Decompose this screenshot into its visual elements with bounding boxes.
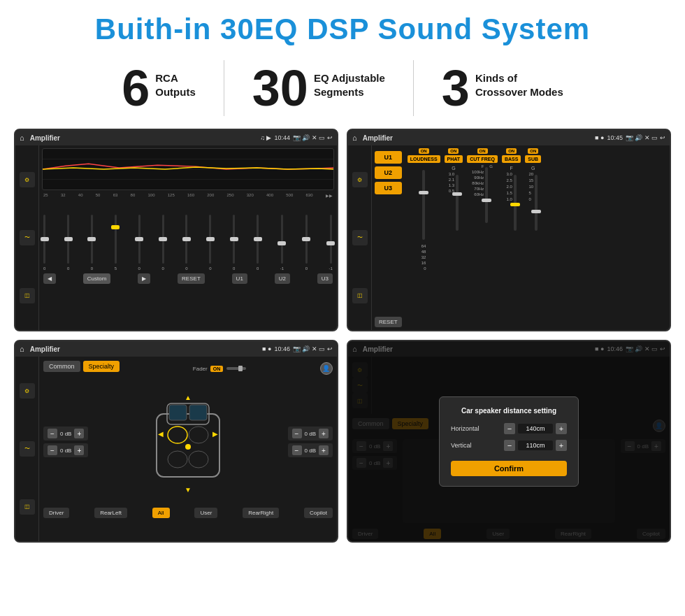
crossover-home-icon: ⌂ — [352, 134, 357, 142]
eq-slider-10: -1 — [280, 215, 284, 271]
stat-crossover: 3 Kinds of Crossover Modes — [414, 63, 591, 113]
page-title: Buith-in 30EQ DSP Sound System — [0, 0, 685, 53]
db-minus-fl[interactable]: − — [48, 429, 57, 438]
fader-status-icons: 📷 🔊 ✕ ▭ ↩ — [293, 345, 333, 352]
fader-tab-specialty[interactable]: Specialty — [83, 361, 120, 372]
eq-slider-11: 0 — [305, 215, 308, 271]
crossover-u3-btn[interactable]: U3 — [375, 182, 402, 194]
fader-label: Fader — [193, 366, 208, 372]
svg-text:▲: ▲ — [185, 394, 192, 401]
fader-tabs: Common Specialty — [43, 361, 120, 372]
crossover-u2-btn[interactable]: U2 — [375, 166, 402, 179]
db-minus-rr[interactable]: − — [292, 445, 302, 455]
fader-copilot-btn[interactable]: Copilot — [304, 508, 333, 518]
stat-text-crossover: Kinds of Crossover Modes — [475, 63, 563, 99]
eq-slider-5: 0 — [161, 215, 164, 271]
db-minus-rl[interactable]: − — [48, 445, 57, 455]
eq-play-btn[interactable]: ▶ — [138, 273, 150, 284]
fader-tab-common[interactable]: Common — [43, 361, 80, 372]
fader-driver-btn[interactable]: Driver — [43, 508, 69, 518]
crossover-main-area: U1 U2 U3 RESET ON LOUDNESS — [372, 145, 670, 330]
crossover-status-bar: ⌂ Amplifier ■ ● 10:45 📷 🔊 ✕ ▭ ↩ — [348, 130, 670, 145]
phat-label: PHAT — [445, 155, 463, 163]
svg-rect-3 — [226, 367, 246, 370]
fader-time: 10:46 — [274, 345, 290, 352]
fader-user-btn[interactable]: User — [194, 508, 217, 518]
svg-text:▼: ▼ — [185, 486, 192, 494]
eq-title: Amplifier — [30, 134, 258, 142]
db-val-rl: 0 dB — [60, 447, 71, 454]
fader-rearleft-btn[interactable]: RearLeft — [94, 508, 127, 518]
eq-u3-btn[interactable]: U3 — [317, 273, 333, 284]
loudness-label: LOUDNESS — [408, 155, 440, 163]
fader-bottom-row: Driver RearLeft All User RearRight Copil… — [43, 508, 333, 518]
ctrl-phat: ON PHAT G 3.02.11.30.5 — [445, 148, 463, 327]
crossover-reset-btn[interactable]: RESET — [375, 317, 402, 327]
eq-screen: ⌂ Amplifier ♫ ▶ 10:44 📷 🔊 ✕ ▭ ↩ ⚙ 〜 ◫ — [14, 129, 338, 331]
cutfreq-on: ON — [477, 148, 488, 154]
fader-status-bar: ⌂ Amplifier ■ ● 10:46 📷 🔊 ✕ ▭ ↩ — [15, 341, 337, 357]
stat-number-rca: 6 — [122, 63, 150, 113]
stat-rca: 6 RCA Outputs — [94, 63, 224, 113]
db-plus-rl[interactable]: + — [74, 445, 84, 455]
ctrl-bass: ON BASS F 3.02.52.01.51.0 — [502, 148, 521, 327]
eq-u1-btn[interactable]: U1 — [232, 273, 247, 284]
vertical-minus-btn[interactable]: − — [504, 440, 515, 451]
fader-sidebar-icon-1[interactable]: ⚙ — [20, 383, 35, 399]
eq-prev-btn[interactable]: ◀ — [43, 273, 56, 284]
car-diagram-svg: ◀ ▶ ▲ ▼ — [143, 386, 233, 498]
eq-slider-1: 0 — [67, 215, 69, 271]
bass-on: ON — [506, 148, 517, 154]
distance-dialog: Car speaker distance setting Horizontal … — [439, 396, 579, 487]
db-plus-rr[interactable]: + — [319, 445, 329, 455]
eq-sidebar-icon-1[interactable]: ⚙ — [20, 172, 35, 187]
horizontal-plus-btn[interactable]: + — [556, 423, 567, 434]
db-control-rr: − 0 dB + — [288, 443, 333, 457]
ctrl-cutfreq: ON CUT FREQ F 100Hz90Hz80kHz70Hz60Hz — [467, 148, 498, 327]
eq-sliders: 0 0 0 5 0 — [42, 201, 334, 271]
phat-on: ON — [448, 148, 459, 154]
vertical-plus-btn[interactable]: + — [556, 440, 567, 451]
crossover-sidebar-icon-2[interactable]: 〜 — [352, 230, 368, 245]
fader-all-btn[interactable]: All — [152, 508, 170, 518]
db-val-fl: 0 dB — [60, 431, 71, 437]
crossover-u1-btn[interactable]: U1 — [375, 151, 402, 164]
crossover-sidebar-icon-3[interactable]: ◫ — [352, 288, 368, 303]
eq-custom-btn[interactable]: Custom — [83, 273, 111, 284]
horizontal-minus-btn[interactable]: − — [504, 423, 515, 434]
confirm-button[interactable]: Confirm — [451, 461, 567, 476]
fader-sidebar-icon-2[interactable]: 〜 — [20, 441, 35, 457]
loudness-on: ON — [419, 148, 429, 154]
eq-music-icon: ♫ ▶ — [260, 134, 271, 141]
fader-on-toggle[interactable]: ON — [210, 366, 224, 372]
eq-u2-btn[interactable]: U2 — [275, 273, 290, 284]
eq-slider-8: 0 — [233, 215, 235, 271]
ctrl-loudness: ON LOUDNESS 644832160 — [408, 148, 440, 327]
db-plus-fr[interactable]: + — [319, 429, 329, 438]
svg-text:◀: ◀ — [158, 430, 164, 438]
fader-main-area: Common Specialty Fader ON 👤 — [39, 357, 337, 541]
eq-slider-0: 0 — [43, 215, 45, 271]
eq-slider-2: 0 — [91, 215, 93, 271]
eq-reset-btn[interactable]: RESET — [178, 273, 205, 284]
db-control-rl: − 0 dB + — [43, 443, 88, 457]
svg-rect-4 — [238, 366, 243, 371]
stat-number-eq: 30 — [252, 63, 308, 113]
eq-sidebar-icon-3[interactable]: ◫ — [20, 288, 35, 303]
bass-label: BASS — [502, 155, 521, 163]
fader-rearright-btn[interactable]: RearRight — [243, 508, 279, 518]
sub-label: SUB — [525, 155, 541, 163]
db-plus-fl[interactable]: + — [74, 429, 84, 438]
eq-freq-labels: 253240506380 100125160200250320 40050063… — [42, 193, 334, 198]
db-val-rr: 0 dB — [305, 447, 316, 454]
eq-sidebar-icon-2[interactable]: 〜 — [20, 230, 35, 245]
crossover-u-buttons: U1 U2 U3 RESET — [375, 148, 402, 327]
db-minus-fr[interactable]: − — [292, 429, 302, 438]
crossover-ctrl-area: ON LOUDNESS 644832160 — [408, 148, 667, 327]
horizontal-label: Horizontal — [451, 425, 480, 432]
crossover-sidebar-icon-1[interactable]: ⚙ — [352, 172, 368, 187]
eq-main-area: 253240506380 100125160200250320 40050063… — [39, 145, 337, 330]
dialog-overlay: Car speaker distance setting Horizontal … — [348, 341, 670, 541]
fader-sidebar-icon-3[interactable]: ◫ — [20, 499, 35, 515]
eq-left-sidebar: ⚙ 〜 ◫ — [15, 145, 39, 330]
